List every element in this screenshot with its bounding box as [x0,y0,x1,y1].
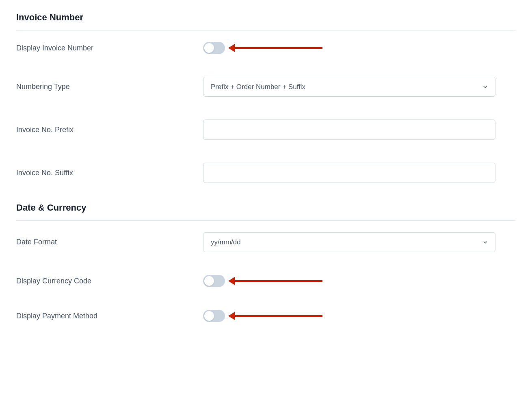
invoice-suffix-row: Invoice No. Suffix [16,151,516,194]
invoice-suffix-control [203,163,516,183]
invoice-prefix-label: Invoice No. Prefix [16,126,203,134]
display-invoice-number-label: Display Invoice Number [16,44,203,52]
display-currency-code-control [203,275,516,287]
date-format-select[interactable]: yy/mm/dd dd/mm/yy mm/dd/yy yyyy-mm-dd [203,232,495,252]
display-currency-code-toggle[interactable] [203,275,225,287]
invoice-prefix-row: Invoice No. Prefix [16,108,516,151]
invoice-prefix-input[interactable] [203,120,495,140]
toggle-wrapper-currency [203,275,225,287]
arrow-annotation-invoice [233,47,322,49]
toggle-wrapper-payment [203,310,225,322]
invoice-section-title: Invoice Number [16,12,516,30]
display-payment-method-label: Display Payment Method [16,312,203,320]
arrow-annotation-currency [233,280,322,282]
numbering-type-select[interactable]: Prefix + Order Number + Suffix Order Num… [203,77,495,97]
date-format-row: Date Format yy/mm/dd dd/mm/yy mm/dd/yy y… [16,221,516,263]
numbering-type-control: Prefix + Order Number + Suffix Order Num… [203,77,516,97]
date-format-control: yy/mm/dd dd/mm/yy mm/dd/yy yyyy-mm-dd [203,232,516,252]
arrow-line-invoice [233,47,322,49]
display-invoice-number-toggle[interactable] [203,42,225,54]
numbering-type-row: Numbering Type Prefix + Order Number + S… [16,65,516,108]
arrow-annotation-payment [233,315,322,317]
numbering-type-label: Numbering Type [16,83,203,91]
date-currency-section: Date & Currency Date Format yy/mm/dd dd/… [16,202,516,333]
date-format-label: Date Format [16,238,203,246]
toggle-wrapper-invoice [203,42,225,54]
invoice-prefix-control [203,120,516,140]
display-payment-method-control [203,310,516,322]
display-invoice-number-control [203,42,516,54]
invoice-number-section: Invoice Number Display Invoice Number Nu… [16,12,516,194]
date-section-title: Date & Currency [16,202,516,221]
display-currency-code-label: Display Currency Code [16,277,203,285]
arrow-line-currency [233,280,322,282]
invoice-suffix-input[interactable] [203,163,495,183]
display-payment-method-toggle[interactable] [203,310,225,322]
invoice-suffix-label: Invoice No. Suffix [16,169,203,177]
display-payment-method-row: Display Payment Method [16,298,516,333]
display-invoice-number-row: Display Invoice Number [16,30,516,65]
display-currency-code-row: Display Currency Code [16,263,516,298]
arrow-line-payment [233,315,322,317]
